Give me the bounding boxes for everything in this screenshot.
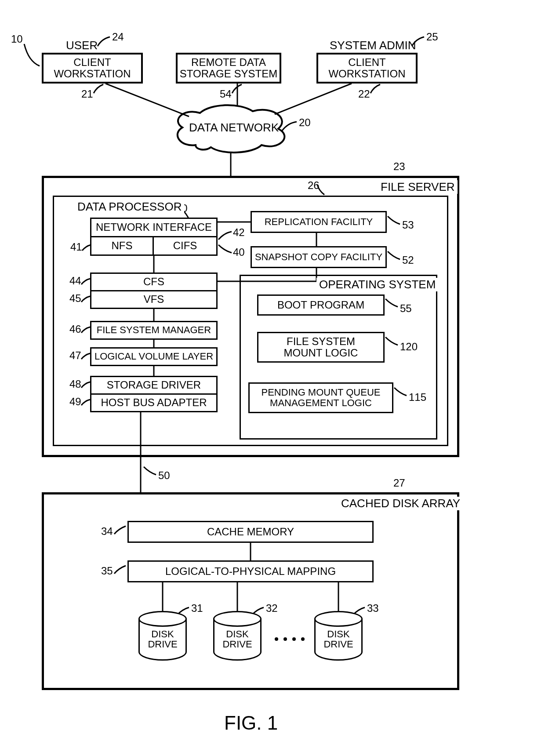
ellipsis-dot — [292, 637, 296, 641]
ref-d1: 31 — [191, 602, 203, 614]
ref-d3: 33 — [367, 602, 379, 614]
label-os: OPERATING SYSTEM — [316, 278, 438, 291]
ellipsis-dot — [301, 637, 305, 641]
ellipsis-dot — [275, 637, 278, 641]
figure-caption: FIG. 1 — [224, 712, 278, 734]
label-file-server: FILE SERVER — [378, 180, 458, 194]
cda-internal-links — [0, 0, 545, 703]
ref-d2: 32 — [266, 602, 278, 614]
label-data-processor: DATA PROCESSOR — [75, 200, 184, 214]
label-cda: CACHED DISK ARRAY — [338, 497, 463, 510]
ellipsis-dot — [283, 637, 287, 641]
label-network: DATA NETWORK — [189, 121, 279, 134]
